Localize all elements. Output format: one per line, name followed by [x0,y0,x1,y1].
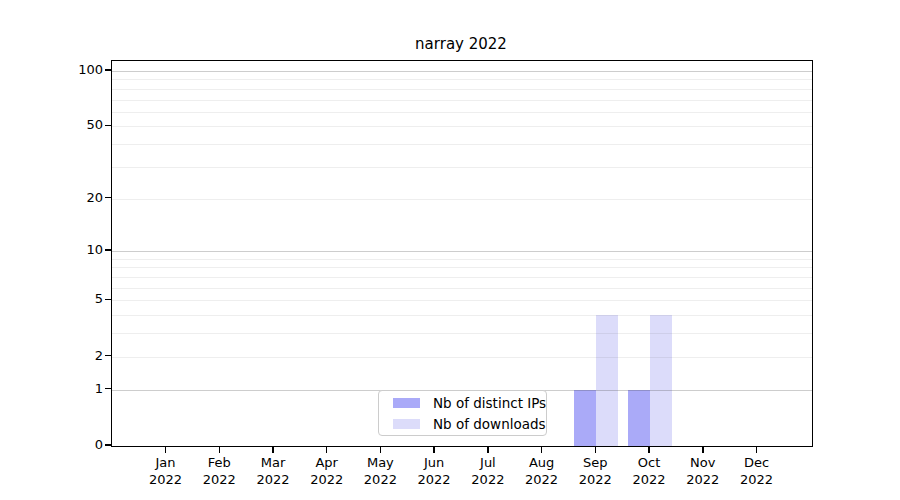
legend-label-downloads: Nb of downloads [433,416,546,432]
x-tick-mark [756,447,758,453]
y-tick-label: 100 [57,62,103,78]
x-tick-label: Dec2022 [717,454,797,488]
y-tick-mark [105,355,111,357]
y-tick-mark [105,444,111,446]
gridline-minor [112,167,812,168]
y-tick-label: 10 [57,242,103,258]
legend-label-distinct-ips: Nb of distinct IPs [433,395,546,411]
bar-distinct-ips [628,390,650,446]
x-tick-mark [487,447,489,453]
y-tick-mark [105,249,111,251]
y-tick-label: 1 [57,381,103,397]
plot-area [111,60,813,447]
legend-swatch-downloads [393,419,420,429]
chart-title: narray 2022 [111,35,811,53]
y-tick-label: 50 [57,117,103,133]
y-tick-label: 0 [57,437,103,453]
gridline-minor [112,144,812,145]
gridline-minor [112,126,812,127]
x-tick-mark [595,447,597,453]
y-tick-mark [105,388,111,390]
gridline-minor [112,79,812,80]
gridline-major [112,251,812,252]
bar-distinct-ips [574,390,596,446]
gridline-minor [112,267,812,268]
x-tick-mark [219,447,221,453]
legend: Nb of distinct IPs Nb of downloads [378,390,547,436]
legend-swatch-distinct-ips [393,398,420,408]
x-tick-mark [272,447,274,453]
chart-root: narray 2022 1005020105210 Jan2022Feb2022… [0,0,900,500]
gridline-minor [112,100,812,101]
x-tick-mark [702,447,704,453]
x-tick-mark [380,447,382,453]
gridline-major [112,71,812,72]
y-tick-mark [105,299,111,301]
bar-downloads [650,315,672,446]
gridline-minor [112,89,812,90]
y-tick-mark [105,197,111,199]
gridline-minor [112,259,812,260]
x-tick-mark [433,447,435,453]
legend-entry-distinct-ips: Nb of distinct IPs [387,395,538,411]
legend-entry-downloads: Nb of downloads [387,416,538,432]
x-tick-mark [165,447,167,453]
x-tick-mark [648,447,650,453]
y-tick-mark [105,125,111,127]
gridline-minor [112,300,812,301]
gridline-minor [112,315,812,316]
y-tick-label: 20 [57,190,103,206]
y-tick-label: 2 [57,348,103,364]
bar-downloads [596,315,618,446]
gridline-minor [112,199,812,200]
y-tick-mark [105,69,111,71]
y-tick-label: 5 [57,291,103,307]
x-tick-mark [541,447,543,453]
gridline-minor [112,277,812,278]
gridline-minor [112,288,812,289]
gridline-minor [112,333,812,334]
gridline-minor [112,357,812,358]
gridline-minor [112,112,812,113]
x-tick-mark [326,447,328,453]
